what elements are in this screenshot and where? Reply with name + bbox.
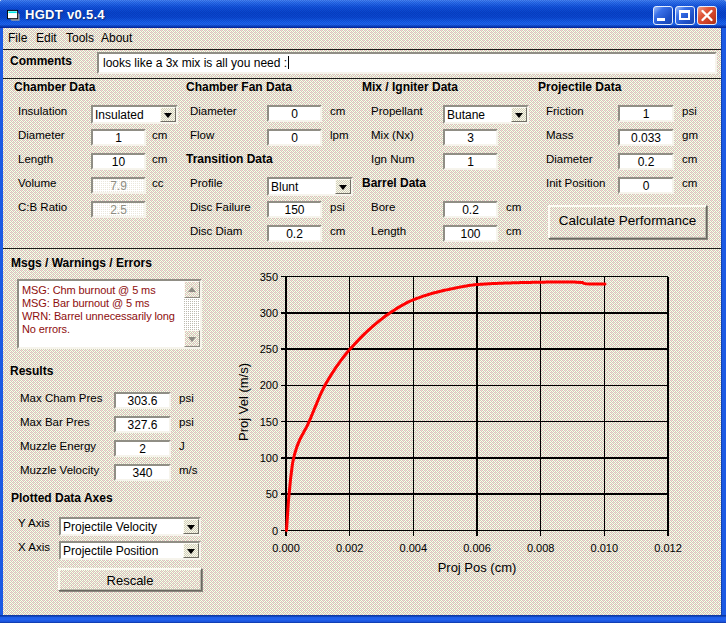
svg-text:0: 0: [272, 525, 278, 537]
svg-text:0.008: 0.008: [527, 542, 555, 554]
svg-text:300: 300: [260, 307, 278, 319]
svg-text:0.012: 0.012: [654, 542, 682, 554]
svg-text:250: 250: [260, 343, 278, 355]
svg-text:350: 350: [260, 271, 278, 283]
svg-text:150: 150: [260, 416, 278, 428]
svg-text:0.000: 0.000: [272, 542, 300, 554]
svg-text:50: 50: [266, 488, 278, 500]
svg-text:Proj Vel (m/s): Proj Vel (m/s): [236, 363, 251, 441]
svg-text:0.010: 0.010: [591, 542, 619, 554]
svg-text:200: 200: [260, 379, 278, 391]
svg-text:100: 100: [260, 452, 278, 464]
svg-text:0.002: 0.002: [336, 542, 364, 554]
svg-text:0.004: 0.004: [400, 542, 428, 554]
svg-text:0.006: 0.006: [463, 542, 491, 554]
svg-text:Proj Pos (cm): Proj Pos (cm): [438, 560, 517, 575]
